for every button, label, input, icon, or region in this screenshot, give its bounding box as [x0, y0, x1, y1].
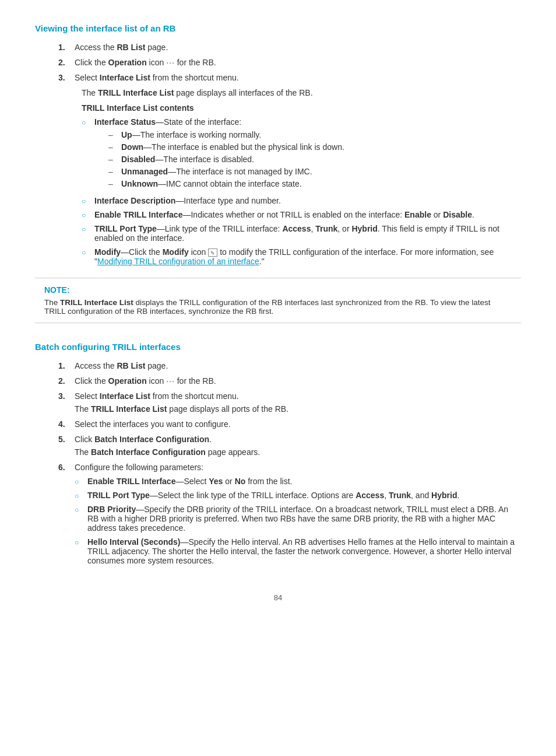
dash-unmanaged: –	[108, 167, 117, 176]
section-batch: Batch configuring TRILL interfaces 1. Ac…	[35, 342, 521, 570]
step-text-3: Select Interface List from the shortcut …	[75, 73, 521, 82]
note-box-view: NOTE: The TRILL Interface List displays …	[35, 278, 521, 323]
bullet-trill-port-type: ○	[82, 225, 90, 233]
batch-step-4: 4. Select the interfaces you want to con…	[58, 419, 521, 429]
note-label: NOTE:	[44, 285, 512, 295]
batch-step-text-6: Configure the following parameters: ○ En…	[75, 463, 521, 570]
step-num-2: 2.	[58, 58, 70, 67]
item-interface-status: ○ Interface Status—State of the interfac…	[82, 117, 521, 191]
batch-step-num-3: 3.	[58, 391, 70, 401]
dash-down: –	[108, 142, 117, 152]
section-batch-heading: Batch configuring TRILL interfaces	[35, 342, 521, 352]
bullet-param-hello: ○	[75, 538, 83, 547]
bullet-interface-status: ○	[82, 118, 90, 127]
batch-step-num-1: 1.	[58, 361, 70, 370]
batch-steps: 1. Access the RB List page. 2. Click the…	[58, 361, 521, 570]
param-hello-interval-text: Hello Interval (Seconds)—Specify the Hel…	[87, 537, 521, 565]
batch-step-text-2: Click the Operation icon ··· for the RB.	[75, 376, 521, 386]
item-interface-status-text: Interface Status—State of the interface:…	[94, 117, 344, 191]
status-up-text: Up—The interface is working normally.	[121, 130, 261, 139]
view-steps: 1. Access the RB List page. 2. Click the…	[58, 43, 521, 82]
trill-contents-list: ○ Interface Status—State of the interfac…	[82, 117, 521, 266]
batch-params-list: ○ Enable TRILL Interface—Select Yes or N…	[75, 477, 521, 565]
item-interface-desc-text: Interface Description—Interface type and…	[94, 196, 281, 205]
view-after-step3: The TRILL Interface List page displays a…	[82, 88, 521, 266]
param-trill-port-type: ○ TRILL Port Type—Select the link type o…	[75, 491, 521, 500]
batch-step-6: 6. Configure the following parameters: ○…	[58, 463, 521, 570]
batch-step-text-5: Click Batch Interface Configuration. The…	[75, 435, 521, 457]
item-trill-port-type-text: TRILL Port Type—Link type of the TRILL i…	[94, 224, 521, 243]
batch-step-num-4: 4.	[58, 419, 70, 429]
trill-interface-list-intro: The TRILL Interface List page displays a…	[82, 88, 521, 97]
note-text: The TRILL Interface List displays the TR…	[44, 298, 512, 316]
status-disabled: –Disabled—The interface is disabled.	[108, 155, 344, 164]
status-sublist: –Up—The interface is working normally. –…	[108, 130, 344, 188]
param-enable-trill-text: Enable TRILL Interface—Select Yes or No …	[87, 477, 292, 486]
bullet-interface-desc: ○	[82, 197, 90, 205]
item-enable-trill: ○ Enable TRILL Interface—Indicates wheth…	[82, 210, 521, 219]
dash-unknown: –	[108, 179, 117, 188]
status-unmanaged-text: Unmanaged—The interface is not managed b…	[121, 167, 312, 176]
param-trill-port-type-text: TRILL Port Type—Select the link type of …	[87, 491, 459, 500]
view-step-3: 3. Select Interface List from the shortc…	[58, 73, 521, 82]
batch-step-1: 1. Access the RB List page.	[58, 361, 521, 370]
status-up: –Up—The interface is working normally.	[108, 130, 344, 139]
batch-step-text-4: Select the interfaces you want to config…	[75, 419, 521, 429]
batch-step5-after: The Batch Interface Configuration page a…	[75, 447, 521, 457]
view-step-2: 2. Click the Operation icon ··· for the …	[58, 58, 521, 67]
param-drb-priority: ○ DRB Priority—Specify the DRB priority …	[75, 505, 521, 533]
status-unmanaged: –Unmanaged—The interface is not managed …	[108, 167, 344, 176]
batch-step-text-1: Access the RB List page.	[75, 361, 521, 370]
batch-step-3: 3. Select Interface List from the shortc…	[58, 391, 521, 414]
step-num-1: 1.	[58, 43, 70, 52]
bullet-enable-trill: ○	[82, 211, 90, 219]
trill-contents-heading: TRILL Interface List contents	[82, 103, 521, 113]
status-unknown: –Unknown—IMC cannot obtain the interface…	[108, 179, 344, 188]
item-modify: ○ Modify—Click the Modify icon ✎ to modi…	[82, 247, 521, 266]
status-disabled-text: Disabled—The interface is disabled.	[121, 155, 254, 164]
step-text-2: Click the Operation icon ··· for the RB.	[75, 58, 521, 67]
param-enable-trill: ○ Enable TRILL Interface—Select Yes or N…	[75, 477, 521, 486]
bullet-param-enable: ○	[75, 478, 83, 486]
item-modify-text: Modify—Click the Modify icon ✎ to modify…	[94, 247, 521, 266]
modify-icon: ✎	[208, 249, 217, 257]
param-drb-priority-text: DRB Priority—Specify the DRB priority of…	[87, 505, 521, 533]
status-down-text: Down—The interface is enabled but the ph…	[121, 142, 344, 152]
item-enable-trill-text: Enable TRILL Interface—Indicates whether…	[94, 210, 474, 219]
step-text-1: Access the RB List page.	[75, 43, 521, 52]
page-number: 84	[35, 593, 521, 602]
dash-up: –	[108, 130, 117, 139]
bullet-modify: ○	[82, 249, 90, 257]
modifying-trill-link[interactable]: Modifying TRILL configuration of an inte…	[97, 257, 259, 266]
batch-step-num-6: 6.	[58, 463, 70, 472]
status-down: –Down—The interface is enabled but the p…	[108, 142, 344, 152]
batch-step-2: 2. Click the Operation icon ··· for the …	[58, 376, 521, 386]
item-trill-port-type: ○ TRILL Port Type—Link type of the TRILL…	[82, 224, 521, 243]
batch-step-text-3: Select Interface List from the shortcut …	[75, 391, 521, 414]
batch-step-num-2: 2.	[58, 376, 70, 386]
item-interface-description: ○ Interface Description—Interface type a…	[82, 196, 521, 205]
view-step-1: 1. Access the RB List page.	[58, 43, 521, 52]
bullet-param-port-type: ○	[75, 492, 83, 500]
operation-icon: ···	[166, 58, 175, 67]
batch-operation-icon: ···	[166, 376, 175, 386]
batch-step-5: 5. Click Batch Interface Configuration. …	[58, 435, 521, 457]
section-view: Viewing the interface list of an RB 1. A…	[35, 23, 521, 323]
status-unknown-text: Unknown—IMC cannot obtain the interface …	[121, 179, 302, 188]
batch-step3-after: The TRILL Interface List page displays a…	[75, 404, 521, 414]
section-view-heading: Viewing the interface list of an RB	[35, 23, 521, 33]
step-num-3: 3.	[58, 73, 70, 82]
batch-step-num-5: 5.	[58, 435, 70, 444]
bullet-param-drb: ○	[75, 506, 83, 514]
dash-disabled: –	[108, 155, 117, 164]
param-hello-interval: ○ Hello Interval (Seconds)—Specify the H…	[75, 537, 521, 565]
